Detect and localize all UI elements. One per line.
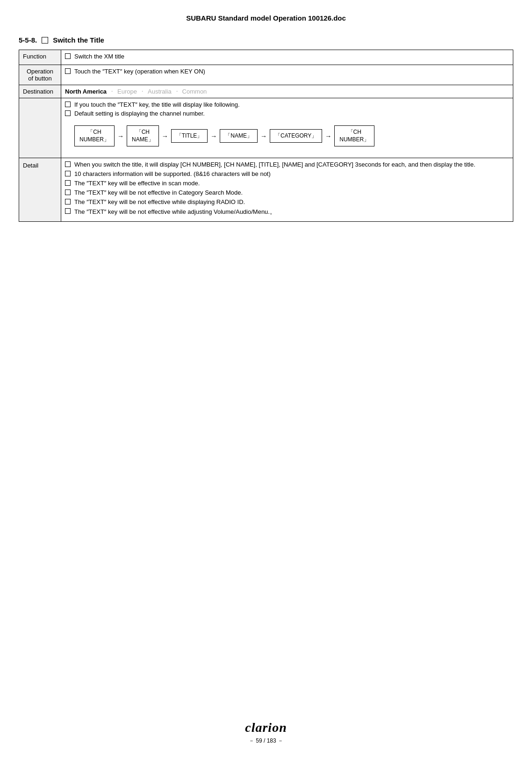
flow-diagram: 「CHNUMBER」 → 「CHNAME」 → 「TITLE」 → 「NAME」… — [74, 125, 509, 146]
table-row-detail: Detail When you switch the title, it wil… — [19, 158, 513, 222]
dest-detail-checkbox-1 — [65, 102, 71, 107]
dest-detail-content: If you touch the ″TEXT″ key, the title w… — [61, 98, 513, 158]
destination-content: North America ・ Europe ・ Australia ・ Com… — [61, 85, 513, 98]
dest-detail-text-2: Default setting is displaying the channe… — [74, 110, 205, 117]
dest-detail-row-1: If you touch the ″TEXT″ key, the title w… — [65, 101, 509, 108]
detail-checkbox-2 — [65, 171, 71, 176]
flow-box-ch-name: 「CHNAME」 — [127, 125, 159, 146]
flow-arrow-3: → — [210, 132, 217, 140]
function-content: Switch the XM title — [61, 50, 513, 65]
detail-content: When you switch the title, it will displ… — [61, 158, 513, 222]
function-checkbox — [65, 53, 71, 59]
section-checkbox — [42, 37, 48, 44]
flow-arrow-4: → — [260, 132, 267, 140]
detail-checkbox-1 — [65, 161, 71, 167]
table-row-destination: Destination North America ・ Europe ・ Aus… — [19, 85, 513, 98]
destination-label: Destination — [19, 85, 61, 98]
section-number: 5-5-8. — [19, 36, 37, 44]
table-row-function: Function Switch the XM title — [19, 50, 513, 65]
table-row-dest-detail: If you touch the ″TEXT″ key, the title w… — [19, 98, 513, 158]
flow-box-category: 「CATEGORY」 — [270, 129, 322, 143]
detail-checkbox-4 — [65, 190, 71, 195]
flow-arrow-1: → — [117, 132, 124, 140]
flow-box-name: 「NAME」 — [220, 129, 258, 143]
page-number: － 59 / 183 － — [249, 737, 283, 745]
detail-text-5: The ″TEXT″ key will be not effective whi… — [74, 198, 245, 205]
operation-checkbox — [65, 68, 71, 74]
detail-checkbox-5 — [65, 199, 71, 204]
table-row-operation: Operationof button Touch the ″TEXT″ key … — [19, 65, 513, 85]
dest-sep-2: ・ — [140, 88, 145, 95]
detail-item-2: 10 characters information will be suppor… — [65, 170, 509, 177]
section-title: Switch the Title — [53, 36, 104, 44]
section-header: 5-5-8. Switch the Title — [19, 36, 513, 44]
flow-box-ch-number-2: 「CHNUMBER」 — [334, 125, 374, 146]
flow-box-title: 「TITLE」 — [171, 129, 208, 143]
detail-text-1: When you switch the title, it will displ… — [74, 161, 475, 168]
dest-europe: Europe — [117, 88, 137, 95]
clarion-logo: clarion — [245, 720, 287, 735]
detail-item-6: The ″TEXT″ key will be not effective whi… — [65, 208, 509, 216]
function-text: Switch the XM title — [74, 53, 124, 60]
detail-text-3: The ″TEXT″ key will be effective in scan… — [74, 180, 200, 187]
dest-detail-label — [19, 98, 61, 158]
dest-sep-1: ・ — [109, 88, 115, 95]
operation-label: Operationof button — [19, 65, 61, 85]
main-table: Function Switch the XM title Operationof… — [19, 50, 513, 222]
operation-text: Touch the ″TEXT″ key (operation when KEY… — [74, 68, 205, 75]
function-label: Function — [19, 50, 61, 65]
dest-detail-text-1: If you touch the ″TEXT″ key, the title w… — [74, 101, 240, 108]
detail-text-4: The ″TEXT″ key will be not effective in … — [74, 189, 243, 196]
dest-detail-checkbox-2 — [65, 110, 71, 116]
detail-checkbox-6 — [65, 208, 71, 214]
destination-row: North America ・ Europe ・ Australia ・ Com… — [65, 88, 509, 95]
detail-item-1: When you switch the title, it will displ… — [65, 161, 509, 168]
page-footer: clarion － 59 / 183 － — [0, 720, 532, 745]
detail-item-4: The ″TEXT″ key will be not effective in … — [65, 189, 509, 196]
detail-item-5: The ″TEXT″ key will be not effective whi… — [65, 198, 509, 205]
detail-item-3: The ″TEXT″ key will be effective in scan… — [65, 180, 509, 187]
detail-checkbox-3 — [65, 180, 71, 186]
flow-box-ch-number-1: 「CHNUMBER」 — [74, 125, 115, 146]
detail-text-6: The ″TEXT″ key will be not effective whi… — [74, 208, 276, 216]
operation-content: Touch the ″TEXT″ key (operation when KEY… — [61, 65, 513, 85]
dest-sep-3: ・ — [174, 88, 180, 95]
function-row: Switch the XM title — [65, 53, 509, 60]
flow-arrow-2: → — [162, 132, 168, 140]
operation-row: Touch the ″TEXT″ key (operation when KEY… — [65, 68, 509, 75]
document-title: SUBARU Standard model Operation 100126.d… — [19, 14, 513, 22]
dest-australia: Australia — [148, 88, 172, 95]
dest-detail-row-2: Default setting is displaying the channe… — [65, 110, 509, 117]
dest-north-america: North America — [65, 88, 107, 95]
dest-common: Common — [182, 88, 207, 95]
flow-arrow-5: → — [325, 132, 331, 140]
detail-label: Detail — [19, 158, 61, 222]
detail-text-2: 10 characters information will be suppor… — [74, 170, 271, 177]
